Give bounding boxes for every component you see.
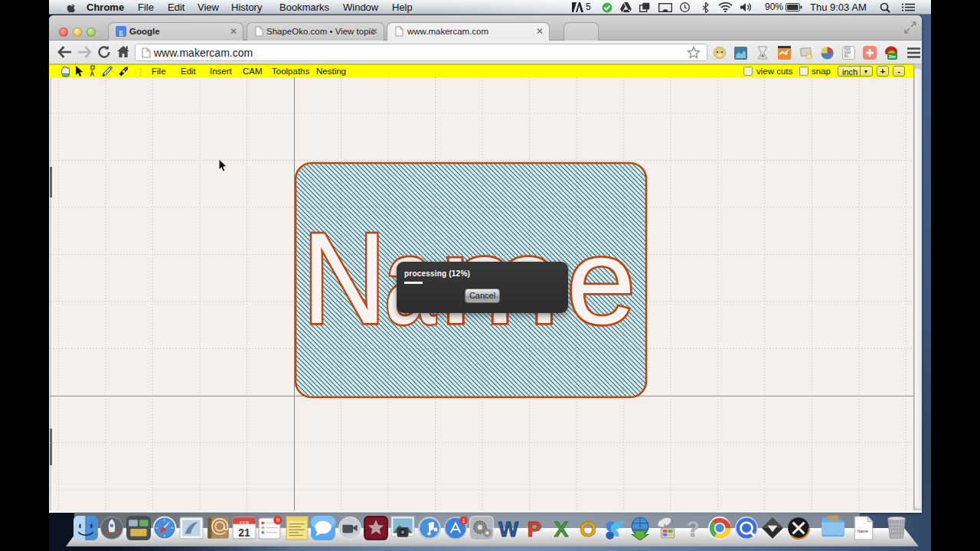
svg-text:O: O — [580, 517, 596, 540]
svg-text:?: ? — [686, 516, 700, 540]
svg-text:FEB: FEB — [240, 520, 249, 526]
svg-text:e: e — [567, 212, 635, 349]
svg-text:9: 9 — [276, 517, 279, 523]
svg-text:W: W — [498, 517, 519, 540]
svg-text:X: X — [554, 517, 569, 540]
svg-text:21: 21 — [238, 527, 250, 539]
svg-text:01.: 01. — [844, 54, 851, 58]
svg-text:1: 1 — [462, 517, 466, 524]
svg-text:Name: Name — [858, 529, 868, 533]
svg-text:2m: 2m — [889, 54, 896, 59]
svg-text:P: P — [528, 517, 542, 540]
svg-text:N: N — [302, 206, 387, 350]
